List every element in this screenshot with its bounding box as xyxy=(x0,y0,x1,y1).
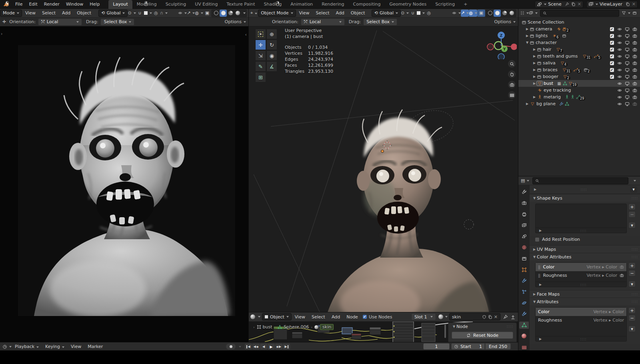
play-button[interactable]: ▶ xyxy=(268,344,275,350)
transform-orientation-dropdown[interactable]: ⟲Global xyxy=(372,10,401,17)
scene-selector[interactable]: Scene ✕ xyxy=(535,1,583,8)
tab-object-data[interactable] xyxy=(519,322,529,329)
use-nodes-checkbox[interactable]: ✔Use Nodes xyxy=(363,314,392,320)
attributes-panel-header[interactable]: ▼ Attributes :::: xyxy=(530,298,640,305)
pivot-point-dropdown[interactable]: ⊙ xyxy=(128,10,136,17)
shader-type-dropdown[interactable]: Object xyxy=(262,313,292,320)
color-attribute-row[interactable]: ⣿ Color Vertex ▸ Color xyxy=(536,263,626,271)
hide-eye-icon[interactable] xyxy=(616,54,623,59)
render-disable-icon[interactable] xyxy=(631,95,638,100)
list-expand-icon[interactable]: ▶ xyxy=(533,188,538,191)
hide-eye-icon[interactable] xyxy=(616,102,623,106)
menu-view[interactable]: View xyxy=(68,344,84,349)
options-dropdown[interactable]: Options xyxy=(494,18,516,26)
breadcrumb-material[interactable]: skin xyxy=(320,324,334,330)
shader-editor[interactable]: Object View Select Add Node ✔Use Nodes S… xyxy=(249,312,518,342)
jump-to-start-button[interactable]: ◀ xyxy=(245,344,252,350)
color-attribute-specials-dropdown[interactable]: ▾ xyxy=(628,281,636,287)
outliner-row-eye-tracking[interactable]: eye tracking xyxy=(518,87,640,94)
add-color-attribute-button[interactable]: + xyxy=(628,262,636,269)
menu-marker[interactable]: Marker xyxy=(84,344,106,349)
shading-solid-button[interactable] xyxy=(220,10,227,17)
next-keyframe-button[interactable]: ◆▶ xyxy=(275,344,282,350)
region-expand-chevron[interactable]: › xyxy=(1,31,2,36)
tab-tool[interactable] xyxy=(519,188,529,196)
menu-help[interactable]: Help xyxy=(86,2,103,7)
menu-edit[interactable]: Edit xyxy=(26,2,40,7)
gizmos-toggle[interactable]: ↗ xyxy=(187,10,195,17)
render-canvas[interactable] xyxy=(18,45,235,316)
viewport-disable-icon[interactable] xyxy=(623,27,631,32)
shading-rendered-button[interactable] xyxy=(508,10,515,17)
outliner-row-character[interactable]: ▼ character ✔ xyxy=(518,39,640,46)
tool-annotate[interactable]: ✎ xyxy=(255,61,266,72)
properties-search-input[interactable] xyxy=(532,177,628,184)
render-disable-icon[interactable] xyxy=(631,102,638,106)
drag-dropdown[interactable]: Select Box xyxy=(100,18,134,26)
unlink-material-icon[interactable]: ✕ xyxy=(494,314,498,320)
properties-editor[interactable]: ▤ ▶:::: ▾ xyxy=(518,176,640,350)
copy-material-icon[interactable] xyxy=(488,315,492,319)
gizmos-toggle[interactable]: ↗ xyxy=(461,10,469,17)
pin-icon[interactable] xyxy=(503,314,508,320)
current-frame-field[interactable]: 1 xyxy=(423,343,450,350)
tab-collection[interactable] xyxy=(519,255,529,262)
viewport-disable-icon[interactable] xyxy=(623,61,631,66)
tab-output[interactable] xyxy=(519,210,529,218)
shape-keys-list[interactable]: ▶:::: xyxy=(535,204,627,233)
outliner-row-lights[interactable]: ▶ lights ☀6 ✔ xyxy=(518,32,640,39)
tab-view-layer[interactable] xyxy=(519,222,529,229)
menu-add[interactable]: Add xyxy=(328,314,343,320)
render-disable-icon[interactable] xyxy=(631,88,638,93)
exclude-checkbox[interactable]: ✔ xyxy=(608,68,616,72)
menu-add[interactable]: Add xyxy=(59,10,74,16)
color-attributes-list[interactable]: ⣿ Color Vertex ▸ Color ⣿ Roughness Verte… xyxy=(535,262,627,287)
menu-view[interactable]: View xyxy=(292,314,308,320)
ortho-grid-icon[interactable] xyxy=(508,91,516,99)
attribute-specials-dropdown[interactable]: ▾ xyxy=(628,326,636,332)
workspace-tab-sculpting[interactable]: Sculpting xyxy=(161,0,190,9)
render-disable-icon[interactable] xyxy=(631,27,638,32)
viewport-disable-icon[interactable] xyxy=(623,95,631,100)
snap-target-dropdown[interactable] xyxy=(417,10,425,17)
hide-eye-icon[interactable] xyxy=(616,61,623,66)
material-browse-icon[interactable] xyxy=(438,314,443,319)
specials-dropdown[interactable]: ▾ xyxy=(630,186,637,193)
outliner-row-booger[interactable]: ▶ booger ▽2 ✔ xyxy=(518,73,640,80)
tool-measure[interactable]: ∡ xyxy=(266,61,277,72)
shape-keys-panel-header[interactable]: ▼ Shape Keys :::: xyxy=(530,194,640,202)
outliner-row-saliva[interactable]: ▶ saliva ▽4 ✔ xyxy=(518,60,640,66)
visibility-dropdown[interactable] xyxy=(452,10,461,17)
face-maps-panel-header[interactable]: ▶ Face Maps :::: xyxy=(530,290,640,298)
keying-set-caret[interactable] xyxy=(239,346,241,348)
camera-view-icon[interactable] xyxy=(508,81,516,88)
display-mode-dropdown[interactable] xyxy=(520,10,529,17)
attribute-row[interactable]: Color Vertex ▸ Color xyxy=(536,308,626,316)
exclude-checkbox[interactable]: ✔ xyxy=(608,41,616,45)
snap-toggle[interactable]: ∪ xyxy=(409,10,417,17)
pin-icon[interactable] xyxy=(565,2,569,6)
menu-window[interactable]: Window xyxy=(63,2,86,7)
outliner-search-input[interactable] xyxy=(540,10,619,17)
breadcrumb-mesh[interactable]: Sphere.006 xyxy=(284,324,309,330)
exclude-checkbox[interactable]: ✔ xyxy=(608,34,616,38)
workspace-tab-scripting[interactable]: Scripting xyxy=(431,0,459,9)
hide-eye-icon[interactable] xyxy=(616,27,623,32)
shading-wireframe-button[interactable] xyxy=(486,10,494,17)
viewport-disable-icon[interactable] xyxy=(623,40,631,45)
menu-object[interactable]: Object xyxy=(74,10,94,16)
list-filter-expand-icon[interactable]: ▶ xyxy=(538,229,543,232)
outliner[interactable]: Scene Collection ▶ camera 2 ✔ ▶ lights ☀… xyxy=(518,9,640,176)
xray-toggle[interactable]: ▣ xyxy=(203,10,211,17)
play-reverse-button[interactable]: ◀ xyxy=(260,344,267,350)
render-disable-icon[interactable] xyxy=(631,61,638,66)
render-disable-icon[interactable] xyxy=(631,54,638,59)
viewport-disable-icon[interactable] xyxy=(623,34,631,38)
color-attribute-row[interactable]: ⣿ Roughness Vertex ▸ Color xyxy=(536,271,626,280)
render-disable-icon[interactable] xyxy=(631,47,638,52)
shading-wireframe-button[interactable] xyxy=(212,10,220,17)
delete-scene-icon[interactable]: ✕ xyxy=(578,2,581,7)
outliner-filter-dropdown[interactable] xyxy=(529,10,538,17)
properties-options-caret[interactable] xyxy=(634,180,636,182)
hide-eye-icon[interactable] xyxy=(616,74,623,79)
